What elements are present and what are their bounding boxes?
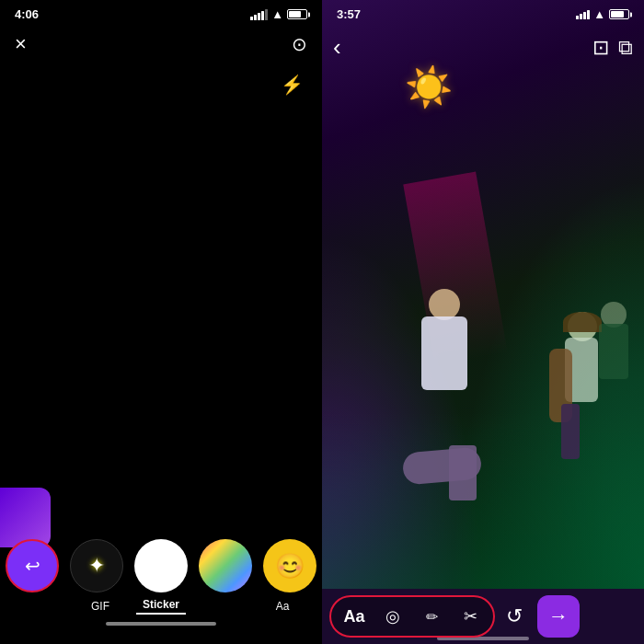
bg-person-body: [599, 324, 628, 379]
undo-icon: ↺: [506, 604, 523, 628]
smiley-icon-circle: 😊: [263, 539, 316, 592]
flash-button[interactable]: ⚡: [281, 74, 304, 96]
right-signal-icon: [576, 10, 590, 19]
concert-image-area: ☀️: [322, 0, 644, 589]
performer-shirt: [421, 316, 467, 390]
smiley-face-icon: 😊: [275, 552, 305, 581]
performer-lower: [449, 445, 477, 500]
right-time: 3:57: [337, 7, 361, 21]
right-top-actions: ⊡ ⧉: [592, 36, 633, 60]
gif-tool-item[interactable]: ✦: [70, 539, 123, 592]
text-tool-item[interactable]: 😊: [263, 539, 316, 592]
back-button[interactable]: ‹: [333, 33, 341, 62]
pen-tool-button[interactable]: ✏: [416, 601, 447, 632]
sticker-label: Sticker: [136, 598, 186, 615]
guitarist-legs: [561, 404, 580, 459]
rainbow-icon-circle: [199, 539, 252, 592]
layers-button[interactable]: ⧉: [618, 36, 633, 60]
music-icon-circle: ↩: [6, 539, 59, 592]
right-bottom-toolbar: Aa ◎ ✏ ✂ ↺ →: [322, 589, 644, 644]
gif-icon-circle: ✦: [70, 539, 123, 592]
gif-label: GIF: [75, 600, 125, 613]
next-button[interactable]: →: [537, 595, 580, 638]
brush-icon: ◎: [385, 606, 400, 627]
battery-icon: [287, 9, 307, 19]
music-tool-item[interactable]: ↩: [6, 539, 59, 592]
scissors-tool-button[interactable]: ✂: [454, 601, 486, 632]
scissors-icon: ✂: [464, 606, 477, 627]
close-button[interactable]: ×: [15, 32, 27, 56]
sun-sticker[interactable]: ☀️: [405, 64, 453, 109]
editing-tools-group: Aa ◎ ✏ ✂: [329, 595, 495, 638]
text-tool-button[interactable]: Aa: [339, 601, 370, 632]
performer-figure: [403, 289, 486, 500]
left-panel: 4:06 ▲ × ⊙ ⚡: [0, 0, 322, 644]
music-icon: ↩: [25, 555, 40, 577]
left-status-icons: ▲: [250, 7, 307, 21]
left-status-bar: 4:06 ▲: [0, 0, 322, 25]
sticker-tool-item[interactable]: [134, 539, 188, 592]
next-arrow-icon: →: [548, 604, 569, 628]
right-battery-icon: [609, 9, 629, 19]
bg-person: [592, 302, 638, 412]
right-wifi-icon: ▲: [593, 7, 605, 21]
spark-icon: ✦: [88, 554, 105, 578]
right-panel: 3:57 ▲ ‹ ⊡ ⧉: [322, 0, 644, 644]
right-top-bar: ‹ ⊡ ⧉: [322, 26, 644, 69]
pen-icon: ✏: [426, 608, 438, 626]
bottom-labels-row: GIF Sticker Aa: [0, 596, 322, 615]
sticker-icon-circle: [134, 539, 188, 592]
signal-icon: [250, 9, 268, 20]
home-indicator-left: [106, 622, 216, 626]
right-status-icons: ▲: [576, 7, 629, 21]
text-label: Aa: [258, 600, 307, 613]
purple-shape: [0, 488, 51, 547]
performer-head: [429, 289, 460, 320]
undo-button[interactable]: ↺: [499, 601, 530, 632]
wifi-icon: ▲: [271, 7, 283, 21]
left-top-bar: × ⊙: [0, 25, 322, 63]
concert-background: ☀️: [322, 0, 644, 589]
crop-button[interactable]: ⊡: [592, 36, 609, 60]
brush-tool-button[interactable]: ◎: [377, 601, 408, 632]
rainbow-tool-item[interactable]: [199, 539, 252, 592]
left-content-area: [0, 63, 322, 524]
left-time: 4:06: [15, 7, 39, 21]
right-status-bar: 3:57 ▲: [322, 0, 644, 25]
camera-button[interactable]: ⊙: [292, 33, 307, 55]
